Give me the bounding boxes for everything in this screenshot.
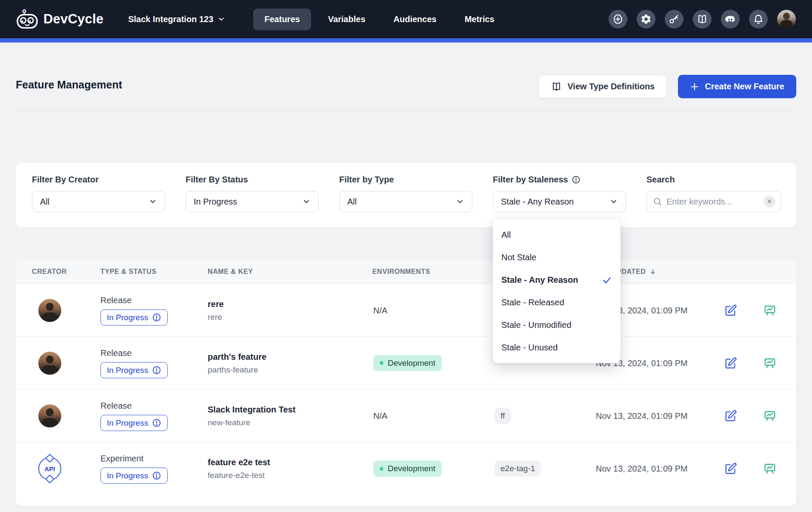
tab-features[interactable]: Features <box>253 9 311 30</box>
alert-circle-icon <box>152 313 161 322</box>
filter-status-value: In Progress <box>194 197 237 207</box>
feature-type: Release <box>100 401 168 410</box>
filter-staleness-label: Filter by Staleness <box>493 175 626 185</box>
feature-metrics-button[interactable] <box>763 304 776 317</box>
discord-icon[interactable] <box>721 10 740 28</box>
staleness-option-stale-released[interactable]: Stale - Released <box>493 291 620 314</box>
feature-metrics-button[interactable] <box>763 357 776 370</box>
status-label: In Progress <box>107 418 148 427</box>
clear-search-icon[interactable]: ✕ <box>763 196 775 208</box>
tag-pill[interactable]: ff <box>495 408 511 424</box>
api-key-icon[interactable] <box>665 10 683 28</box>
chevron-down-icon <box>456 197 464 206</box>
table-row[interactable]: ReleaseIn ProgressSlack Integration Test… <box>16 390 796 442</box>
edit-feature-button[interactable] <box>724 462 737 475</box>
type-status-cell: ReleaseIn Progress <box>100 295 168 325</box>
project-selector[interactable]: Slack Integration 123 <box>128 14 225 24</box>
column-header-name-key[interactable]: Name & Key <box>208 268 253 276</box>
edit-feature-button[interactable] <box>724 410 737 422</box>
add-circle-icon[interactable] <box>609 10 627 28</box>
feature-name[interactable]: parth's feature <box>208 352 266 361</box>
status-label: In Progress <box>107 365 148 375</box>
environments-cell: N/A <box>373 305 387 315</box>
table-row[interactable]: ReleaseIn ProgressrererereN/ANov 13, 202… <box>16 284 796 337</box>
edit-feature-button[interactable] <box>724 304 737 317</box>
create-new-feature-button[interactable]: Create New Feature <box>678 75 796 98</box>
info-icon[interactable] <box>572 175 580 184</box>
feature-name[interactable]: rere <box>208 299 224 309</box>
table-body: ReleaseIn ProgressrererereN/ANov 13, 202… <box>16 284 796 495</box>
notifications-bell-icon[interactable] <box>749 10 768 28</box>
environments-cell: Development <box>373 355 442 371</box>
type-status-cell: ReleaseIn Progress <box>100 348 168 378</box>
status-badge[interactable]: In Progress <box>100 468 168 484</box>
plus-icon <box>690 82 699 91</box>
feature-key: parths-feature <box>208 365 266 374</box>
filter-type-select[interactable]: All <box>339 191 472 212</box>
docs-book-icon[interactable] <box>693 10 712 28</box>
filter-status-select[interactable]: In Progress <box>186 191 319 212</box>
book-icon <box>551 81 562 92</box>
feature-metrics-button[interactable] <box>763 462 776 475</box>
settings-gear-icon[interactable] <box>637 10 655 28</box>
creator-avatar <box>38 404 61 427</box>
project-selector-label: Slack Integration 123 <box>128 14 213 24</box>
staleness-option-label: Stale - Any Reason <box>501 275 578 285</box>
environments-cell: N/A <box>373 411 387 421</box>
user-avatar[interactable] <box>777 10 796 28</box>
filter-creator-value: All <box>40 197 49 207</box>
status-badge[interactable]: In Progress <box>100 309 168 325</box>
devcycle-logo[interactable]: DevCycle <box>16 9 103 29</box>
header-divider <box>16 111 796 111</box>
environment-na: N/A <box>373 305 387 315</box>
header-actions: View Type Definitions Create New Feature <box>539 75 796 98</box>
search-box: ✕ <box>646 191 781 212</box>
feature-type: Release <box>100 348 168 358</box>
filters-card: Filter By Creator All Filter By Status I… <box>16 163 796 228</box>
tab-variables[interactable]: Variables <box>317 9 377 30</box>
staleness-option-stale-unused[interactable]: Stale - Unused <box>493 336 620 359</box>
search-input[interactable] <box>666 197 759 207</box>
column-header-type-status[interactable]: Type & Status <box>100 268 157 276</box>
edit-icon <box>724 357 737 370</box>
column-header-creator[interactable]: Creator <box>32 268 67 276</box>
status-label: In Progress <box>107 313 148 322</box>
type-status-cell: ReleaseIn Progress <box>100 401 168 431</box>
status-badge[interactable]: In Progress <box>100 362 168 378</box>
staleness-option-label: Stale - Unmodified <box>501 320 572 330</box>
filter-type-label: Filter by Type <box>339 175 472 185</box>
tab-audiences[interactable]: Audiences <box>383 9 448 30</box>
environment-dot-icon <box>380 361 383 365</box>
environment-label: Development <box>388 358 435 368</box>
filter-creator-select[interactable]: All <box>32 191 165 212</box>
alert-circle-icon <box>152 471 161 481</box>
tab-metrics[interactable]: Metrics <box>454 9 506 30</box>
staleness-option-stale-any-reason[interactable]: Stale - Any Reason <box>493 269 620 291</box>
table-row[interactable]: APIExperimentIn Progressfeature e2e test… <box>16 442 796 495</box>
page-title: Feature Management <box>16 79 122 91</box>
alert-circle-icon <box>152 418 161 427</box>
status-badge[interactable]: In Progress <box>100 415 168 431</box>
environment-badge[interactable]: Development <box>373 461 442 477</box>
staleness-option-stale-unmodified[interactable]: Stale - Unmodified <box>493 314 620 336</box>
edit-feature-button[interactable] <box>724 357 737 370</box>
feature-name[interactable]: feature e2e test <box>208 458 270 467</box>
staleness-option-label: All <box>501 230 511 240</box>
view-type-definitions-button[interactable]: View Type Definitions <box>539 75 667 98</box>
feature-name[interactable]: Slack Integration Test <box>208 404 295 414</box>
nav-tabs: FeaturesVariablesAudiencesMetrics <box>253 9 505 30</box>
filter-staleness-select[interactable]: Stale - Any Reason <box>493 191 626 212</box>
feature-metrics-button[interactable] <box>763 410 776 422</box>
staleness-option-all[interactable]: All <box>493 224 620 246</box>
feature-key: feature-e2e-test <box>208 471 270 480</box>
chevron-down-icon <box>302 197 311 206</box>
top-navigation: DevCycle Slack Integration 123 FeaturesV… <box>0 0 812 38</box>
tag-pill[interactable]: e2e-tag-1 <box>495 461 541 477</box>
filter-creator-group: Filter By Creator All <box>32 175 165 228</box>
environment-badge[interactable]: Development <box>373 355 442 371</box>
search-label: Search <box>646 175 781 185</box>
column-header-environments[interactable]: Environments <box>372 268 430 276</box>
table-row[interactable]: ReleaseIn Progressparth's featureparths-… <box>16 337 796 390</box>
edit-icon <box>724 462 737 475</box>
staleness-option-not-stale[interactable]: Not Stale <box>493 246 620 269</box>
